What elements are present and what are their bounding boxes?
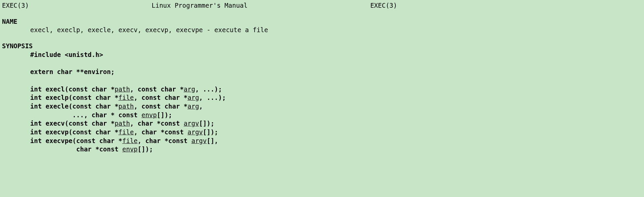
sig-text: ..., char * const: [30, 111, 142, 119]
param-envp: envp: [142, 111, 157, 119]
sig-text: , char *const: [138, 137, 191, 144]
param-envp: envp: [122, 145, 138, 153]
sig-text: char *const: [30, 145, 122, 153]
param-path: path: [115, 120, 130, 127]
param-arg: arg: [184, 85, 195, 93]
header-center: Linux Programmer's Manual: [152, 1, 248, 10]
sig-text: int execlp(const char *: [30, 94, 118, 101]
param-path: path: [115, 85, 130, 93]
sig-text: , ...);: [195, 85, 222, 93]
synopsis-extern: extern char **environ;: [0, 68, 644, 76]
param-argv: argv: [191, 137, 207, 144]
sig-text: , char *const: [134, 128, 187, 136]
param-arg: arg: [187, 94, 199, 101]
sig-execle-cont: ..., char * const envp[]);: [0, 111, 644, 120]
sig-text: [],: [207, 137, 218, 144]
sig-execvpe: int execvpe(const char *file, char *cons…: [0, 137, 644, 145]
param-file: file: [122, 137, 138, 144]
param-argv: argv: [187, 128, 203, 136]
header-left: EXEC(3): [2, 1, 29, 10]
sig-text: []);: [138, 145, 153, 153]
param-arg: arg: [187, 103, 199, 110]
param-file: file: [118, 128, 134, 136]
sig-text: int execle(const char *: [30, 103, 118, 110]
sig-text: , const char *: [130, 85, 183, 93]
sig-text: , const char *: [134, 94, 187, 101]
header-right: EXEC(3): [370, 1, 397, 10]
sig-text: , ...);: [199, 94, 226, 101]
sig-execle: int execle(const char *path, const char …: [0, 102, 644, 111]
param-path: path: [118, 103, 134, 110]
sig-text: int execl(const char *: [30, 85, 115, 93]
sig-execv: int execv(const char *path, char *const …: [0, 119, 644, 128]
sig-text: , const char *: [134, 103, 187, 110]
synopsis-include: #include <unistd.h>: [0, 51, 644, 59]
param-file: file: [118, 94, 134, 101]
blank-line: [0, 59, 644, 68]
section-synopsis-title: SYNOPSIS: [0, 42, 644, 51]
sig-text: ,: [199, 103, 203, 110]
sig-text: []);: [157, 111, 172, 119]
sig-execlp: int execlp(const char *file, const char …: [0, 93, 644, 102]
blank-line: [0, 76, 644, 85]
sig-execvpe-cont: char *const envp[]);: [0, 145, 644, 154]
sig-execvp: int execvp(const char *file, char *const…: [0, 128, 644, 137]
sig-text: []);: [203, 128, 218, 136]
param-argv: argv: [184, 120, 199, 127]
sig-text: int execvpe(const char *: [30, 137, 122, 144]
sig-text: int execvp(const char *: [30, 128, 118, 136]
sig-text: , char *const: [130, 120, 183, 127]
sig-execl: int execl(const char *path, const char *…: [0, 85, 644, 94]
sig-text: []);: [199, 120, 214, 127]
name-text: execl, execlp, execle, execv, execvp, ex…: [0, 26, 644, 35]
sig-text: int execv(const char *: [30, 120, 115, 127]
manpage-header: EXEC(3) Linux Programmer's Manual EXEC(3…: [0, 1, 399, 10]
section-name-title: NAME: [0, 17, 644, 26]
